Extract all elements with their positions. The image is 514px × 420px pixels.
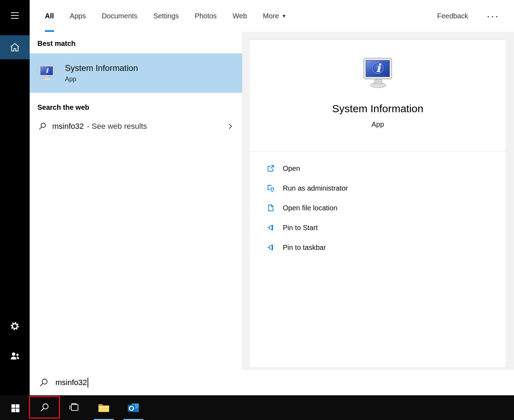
menu-button[interactable] [0,5,30,26]
action-pin-to-start[interactable]: Pin to Start [250,218,506,238]
taskbar [0,395,514,420]
gear-icon [10,321,20,331]
action-open-file-location[interactable]: Open file location [250,198,506,218]
file-explorer-button[interactable] [89,395,119,420]
overflow-menu-button[interactable]: ··· [486,12,499,19]
action-label: Pin to Start [283,224,318,232]
chevron-right-icon [227,123,234,130]
search-query-text: msinfo32 [55,378,87,387]
search-input[interactable]: msinfo32 [30,370,514,395]
action-label: Open [283,164,300,173]
action-label: Run as administrator [283,184,348,192]
preview-subtitle: App [250,120,506,128]
best-match-title: System Information [65,63,138,73]
search-icon [40,403,49,413]
web-result-query: msinfo32 [52,122,84,131]
sidebar-item-settings[interactable] [0,316,30,337]
hamburger-icon [11,12,19,13]
system-information-icon: i [38,65,55,82]
action-run-as-administrator[interactable]: Run as administrator [250,178,506,198]
start-button[interactable] [0,395,30,420]
open-icon [267,164,275,173]
search-filter-tabs: All Apps Documents Settings Photos Web M… [30,0,514,32]
tab-all[interactable]: All [45,0,54,32]
search-icon [39,378,48,388]
search-sidebar [0,0,30,395]
tab-settings[interactable]: Settings [153,0,179,32]
task-view-icon [69,403,79,412]
file-explorer-icon [98,403,110,413]
text-cursor [88,378,88,388]
preview-app-icon-wrap: i [250,57,506,89]
action-label: Pin to taskbar [283,244,326,252]
best-match-result[interactable]: i System Information App [30,53,242,93]
outlook-icon [127,402,139,413]
tab-documents[interactable]: Documents [102,0,137,32]
web-search-result[interactable]: msinfo32 - See web results [30,116,242,137]
preview-panel: i System Information App Open Run as adm… [249,40,506,368]
search-web-header: Search the web [30,93,242,116]
action-label: Open file location [283,204,337,212]
web-result-suffix: - See web results [87,122,147,131]
sidebar-item-home[interactable] [0,35,30,59]
action-list: Open Run as administrator Open file loca… [250,151,506,257]
action-open[interactable]: Open [250,158,506,178]
action-pin-to-taskbar[interactable]: Pin to taskbar [250,238,506,257]
feedback-button[interactable]: Feedback [437,12,468,20]
best-match-subtitle: App [65,76,138,83]
people-icon [10,351,20,361]
search-icon [38,122,47,131]
tab-more-label: More [263,12,279,20]
system-information-icon-large: i [361,57,394,89]
windows-logo-icon [10,403,20,413]
best-match-text: System Information App [65,63,138,83]
file-location-icon [267,204,275,212]
pin-icon [267,243,275,252]
tab-photos[interactable]: Photos [195,0,217,32]
windows-search-overlay: All Apps Documents Settings Photos Web M… [0,0,514,420]
chevron-down-icon: ▼ [282,13,286,19]
tab-more[interactable]: More ▼ [263,0,286,32]
outlook-button[interactable] [119,395,148,420]
taskbar-search-button[interactable] [30,395,59,420]
home-icon [10,42,20,52]
sidebar-item-account[interactable] [0,345,30,366]
tab-web[interactable]: Web [233,0,247,32]
tab-apps[interactable]: Apps [70,0,86,32]
task-view-button[interactable] [59,395,89,420]
admin-shield-icon [267,184,275,192]
best-match-header: Best match [30,32,242,53]
pin-icon [267,223,275,232]
preview-title: System Information [250,103,506,115]
results-panel: Best match [30,32,242,370]
